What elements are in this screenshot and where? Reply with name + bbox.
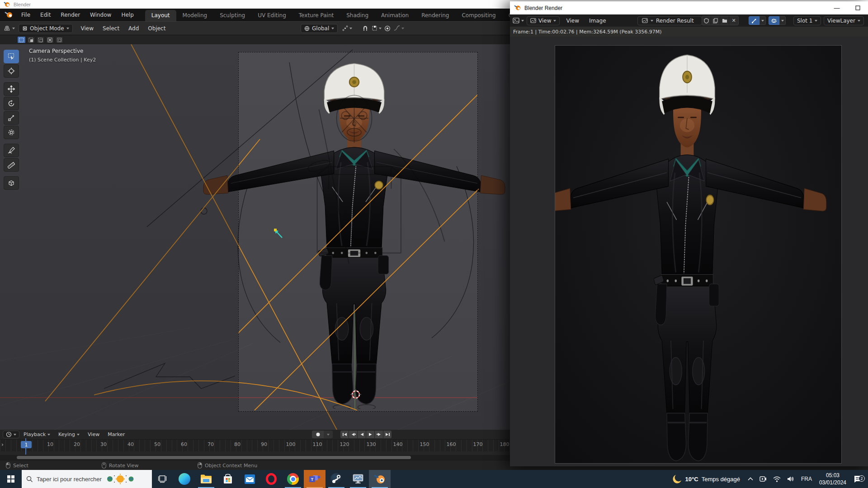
svg-text:T: T [311, 477, 314, 482]
weather-widget[interactable]: 10°C Temps dégagé [668, 474, 745, 484]
slot-selector[interactable]: Slot 1 [793, 16, 821, 25]
workspace-tab[interactable]: UV Editing [251, 10, 292, 21]
image-editor-type-button[interactable] [513, 18, 524, 23]
snap-toggle-button[interactable] [362, 25, 368, 32]
workspace-tab[interactable]: Compositing [455, 10, 502, 21]
viewlayer-selector[interactable]: ViewLayer [824, 16, 864, 25]
wifi-button[interactable] [770, 476, 784, 482]
language-indicator[interactable]: FRA [797, 476, 816, 482]
timeline-menu-playback[interactable]: Playback [19, 432, 54, 437]
taskbar-app-blender[interactable] [369, 470, 391, 488]
taskbar-app-chrome[interactable] [282, 470, 304, 488]
select-mode-intersect[interactable] [55, 36, 64, 43]
tray-expand-button[interactable] [745, 477, 756, 481]
snap-target-button[interactable] [372, 25, 382, 31]
display-mode-selector[interactable]: View [527, 16, 560, 25]
new-image-icon[interactable] [711, 16, 720, 25]
timeline-expand-arrow[interactable]: › [1, 441, 4, 448]
taskbar-search[interactable]: Taper ici pour rechercher [22, 470, 152, 488]
render-menu-image[interactable]: Image [585, 18, 610, 24]
tool-select-box[interactable] [4, 50, 19, 63]
tool-transform[interactable] [4, 126, 19, 139]
falloff-button[interactable] [394, 25, 404, 31]
play-reverse-button[interactable] [358, 431, 366, 438]
select-mode-new[interactable] [17, 36, 26, 43]
blender-logo-icon[interactable] [4, 11, 14, 19]
clock[interactable]: 05:03 03/01/2024 [816, 472, 850, 486]
tool-annotate[interactable] [4, 144, 19, 157]
workspace-tab[interactable]: Layout [145, 10, 176, 21]
taskbar-app-steam[interactable] [326, 470, 347, 488]
menu-item[interactable]: Window [85, 10, 116, 20]
tool-add-cube[interactable] [4, 176, 19, 190]
volume-button[interactable] [784, 476, 797, 482]
pivot-point-button[interactable] [342, 25, 352, 31]
viewport-menu-item[interactable]: Add [124, 23, 143, 33]
taskbar-app-teams[interactable]: T [304, 470, 326, 488]
timeline-scrollbar-thumb[interactable] [17, 456, 411, 459]
timeline-menu-view[interactable]: View [84, 432, 104, 437]
menu-item[interactable]: Edit [35, 10, 56, 20]
workspace-tab[interactable]: Sculpting [213, 10, 251, 21]
taskbar-app-opera[interactable] [260, 470, 282, 488]
record-button[interactable] [312, 431, 324, 438]
taskbar-app-microsoft-store[interactable] [217, 470, 239, 488]
taskbar-app-edge[interactable] [174, 470, 195, 488]
workspace-tab[interactable]: Shading [340, 10, 375, 21]
steam-icon [330, 473, 342, 485]
maximize-button[interactable] [847, 1, 868, 14]
mode-selector[interactable]: Object Mode [19, 24, 73, 33]
timeline-menu-keying[interactable]: Keying [54, 432, 84, 437]
open-image-folder-icon[interactable] [720, 16, 729, 25]
image-datablock-selector[interactable]: Render Result [637, 16, 702, 25]
taskbar-app-file-explorer[interactable] [195, 470, 217, 488]
image-editor-icon [513, 18, 519, 23]
current-frame-indicator[interactable]: 1 [21, 441, 32, 448]
tool-cursor[interactable] [4, 64, 19, 78]
viewport-menu-item[interactable]: Select [98, 23, 124, 33]
notification-center-button[interactable]: 2 [850, 475, 868, 483]
transform-orientation[interactable]: Global [301, 24, 338, 33]
menu-item[interactable]: Help [116, 10, 138, 20]
gizmos-toggle[interactable] [749, 16, 766, 25]
tool-scale[interactable] [4, 111, 19, 125]
timeline-editor-type-button[interactable] [3, 431, 19, 438]
workspace-tab[interactable]: Modeling [176, 10, 214, 21]
render-result-image[interactable] [555, 46, 841, 463]
select-mode-invert[interactable] [46, 36, 54, 43]
next-keyframe-button[interactable] [375, 431, 383, 438]
workspace-tab[interactable]: Texture Paint [292, 10, 340, 21]
viewport-menu-item[interactable]: Object [143, 23, 170, 33]
keying-dropdown[interactable] [324, 431, 333, 438]
jump-to-start-button[interactable] [340, 431, 349, 438]
editor-type-button[interactable] [0, 25, 19, 31]
menu-item[interactable]: File [16, 10, 35, 20]
minimize-button[interactable]: — [826, 1, 847, 14]
render-titlebar[interactable]: Blender Render — [510, 1, 868, 14]
tool-measure[interactable] [4, 158, 19, 172]
meet-now-button[interactable] [756, 476, 770, 482]
falloff-curve-icon [394, 25, 400, 31]
proportional-editing-button[interactable] [384, 25, 391, 32]
overlays-toggle[interactable] [769, 16, 786, 25]
task-view-button[interactable] [152, 470, 174, 488]
unlink-image-icon[interactable]: ✕ [729, 16, 738, 25]
viewport-menu-item[interactable]: View [76, 23, 98, 33]
render-menu-view[interactable]: View [562, 18, 582, 24]
taskbar-app-mail[interactable] [239, 470, 260, 488]
viewport-3d[interactable]: Camera Perspective (1) Scene Collection … [0, 44, 511, 430]
taskbar-app-system-monitor[interactable] [347, 470, 369, 488]
menu-item[interactable]: Render [56, 10, 85, 20]
play-button[interactable] [366, 431, 374, 438]
jump-to-end-button[interactable] [383, 431, 392, 438]
workspace-tab[interactable]: Animation [375, 10, 415, 21]
tool-move[interactable] [4, 82, 19, 96]
fake-user-shield-icon[interactable] [702, 16, 711, 25]
timeline-menu-marker[interactable]: Marker [104, 432, 129, 437]
previous-keyframe-button[interactable] [349, 431, 357, 438]
workspace-tab[interactable]: Rendering [415, 10, 455, 21]
tool-rotate[interactable] [4, 97, 19, 110]
start-button[interactable] [0, 470, 22, 488]
select-mode-extend[interactable] [27, 36, 35, 43]
select-mode-subtract[interactable] [36, 36, 45, 43]
